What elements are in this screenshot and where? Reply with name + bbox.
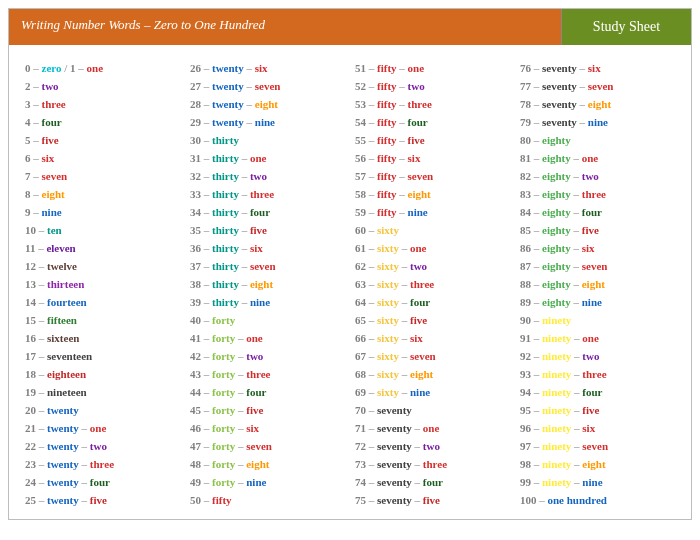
number-row: 14 – fourteen bbox=[25, 293, 180, 311]
number-row: 17 – seventeen bbox=[25, 347, 180, 365]
header-bar: Writing Number Words – Zero to One Hundr… bbox=[9, 9, 691, 45]
number-row: 98 – ninety – eight bbox=[520, 455, 675, 473]
number-row: 27 – twenty – seven bbox=[190, 77, 345, 95]
number-row: 41 – forty – one bbox=[190, 329, 345, 347]
number-row: 92 – ninety – two bbox=[520, 347, 675, 365]
number-row: 53 – fifty – three bbox=[355, 95, 510, 113]
number-row: 34 – thirty – four bbox=[190, 203, 345, 221]
number-row: 68 – sixty – eight bbox=[355, 365, 510, 383]
number-row: 77 – seventy – seven bbox=[520, 77, 675, 95]
number-row: 28 – twenty – eight bbox=[190, 95, 345, 113]
number-row: 57 – fifty – seven bbox=[355, 167, 510, 185]
number-row: 100 – one hundred bbox=[520, 491, 675, 509]
number-row: 61 – sixty – one bbox=[355, 239, 510, 257]
number-row: 0 – zero / 1 – one bbox=[25, 59, 180, 77]
number-row: 63 – sixty – three bbox=[355, 275, 510, 293]
number-row: 25 – twenty – five bbox=[25, 491, 180, 509]
number-row: 22 – twenty – two bbox=[25, 437, 180, 455]
number-row: 48 – forty – eight bbox=[190, 455, 345, 473]
column-1: 0 – zero / 1 – one2 – two3 – three4 – fo… bbox=[25, 59, 180, 509]
number-row: 8 – eight bbox=[25, 185, 180, 203]
number-row: 21 – twenty – one bbox=[25, 419, 180, 437]
number-row: 7 – seven bbox=[25, 167, 180, 185]
number-row: 75 – seventy – five bbox=[355, 491, 510, 509]
column-2: 26 – twenty – six27 – twenty – seven28 –… bbox=[190, 59, 345, 509]
number-row: 52 – fifty – two bbox=[355, 77, 510, 95]
number-row: 67 – sixty – seven bbox=[355, 347, 510, 365]
number-row: 30 – thirty bbox=[190, 131, 345, 149]
number-row: 73 – seventy – three bbox=[355, 455, 510, 473]
number-row: 39 – thirty – nine bbox=[190, 293, 345, 311]
number-row: 5 – five bbox=[25, 131, 180, 149]
number-row: 84 – eighty – four bbox=[520, 203, 675, 221]
number-row: 12 – twelve bbox=[25, 257, 180, 275]
number-row: 29 – twenty – nine bbox=[190, 113, 345, 131]
number-row: 31 – thirty – one bbox=[190, 149, 345, 167]
number-row: 69 – sixty – nine bbox=[355, 383, 510, 401]
number-row: 87 – eighty – seven bbox=[520, 257, 675, 275]
number-row: 38 – thirty – eight bbox=[190, 275, 345, 293]
number-row: 10 – ten bbox=[25, 221, 180, 239]
number-row: 13 – thirteen bbox=[25, 275, 180, 293]
number-row: 19 – nineteen bbox=[25, 383, 180, 401]
number-row: 74 – seventy – four bbox=[355, 473, 510, 491]
number-row: 51 – fifty – one bbox=[355, 59, 510, 77]
number-row: 79 – seventy – nine bbox=[520, 113, 675, 131]
number-grid: 0 – zero / 1 – one2 – two3 – three4 – fo… bbox=[9, 45, 691, 519]
number-row: 81 – eighty – one bbox=[520, 149, 675, 167]
number-row: 42 – forty – two bbox=[190, 347, 345, 365]
number-row: 20 – twenty bbox=[25, 401, 180, 419]
number-row: 50 – fifty bbox=[190, 491, 345, 509]
number-row: 72 – seventy – two bbox=[355, 437, 510, 455]
number-row: 2 – two bbox=[25, 77, 180, 95]
number-row: 76 – seventy – six bbox=[520, 59, 675, 77]
number-row: 16 – sixteen bbox=[25, 329, 180, 347]
number-row: 97 – ninety – seven bbox=[520, 437, 675, 455]
number-row: 83 – eighty – three bbox=[520, 185, 675, 203]
number-row: 86 – eighty – six bbox=[520, 239, 675, 257]
number-row: 71 – seventy – one bbox=[355, 419, 510, 437]
number-row: 96 – ninety – six bbox=[520, 419, 675, 437]
number-row: 43 – forty – three bbox=[190, 365, 345, 383]
number-row: 18 – eighteen bbox=[25, 365, 180, 383]
number-row: 78 – seventy – eight bbox=[520, 95, 675, 113]
number-row: 64 – sixty – four bbox=[355, 293, 510, 311]
number-row: 9 – nine bbox=[25, 203, 180, 221]
number-row: 90 – ninety bbox=[520, 311, 675, 329]
number-row: 82 – eighty – two bbox=[520, 167, 675, 185]
number-row: 4 – four bbox=[25, 113, 180, 131]
number-row: 35 – thirty – five bbox=[190, 221, 345, 239]
number-row: 58 – fifty – eight bbox=[355, 185, 510, 203]
number-row: 36 – thirty – six bbox=[190, 239, 345, 257]
number-row: 60 – sixty bbox=[355, 221, 510, 239]
number-row: 65 – sixty – five bbox=[355, 311, 510, 329]
number-row: 62 – sixty – two bbox=[355, 257, 510, 275]
number-row: 88 – eighty – eight bbox=[520, 275, 675, 293]
study-sheet: Writing Number Words – Zero to One Hundr… bbox=[8, 8, 692, 520]
number-row: 49 – forty – nine bbox=[190, 473, 345, 491]
page-title: Writing Number Words – Zero to One Hundr… bbox=[9, 9, 561, 45]
number-row: 56 – fifty – six bbox=[355, 149, 510, 167]
number-row: 11 – eleven bbox=[25, 239, 180, 257]
number-row: 33 – thirty – three bbox=[190, 185, 345, 203]
number-row: 66 – sixty – six bbox=[355, 329, 510, 347]
number-row: 89 – eighty – nine bbox=[520, 293, 675, 311]
number-row: 26 – twenty – six bbox=[190, 59, 345, 77]
number-row: 3 – three bbox=[25, 95, 180, 113]
column-3: 51 – fifty – one52 – fifty – two53 – fif… bbox=[355, 59, 510, 509]
number-row: 91 – ninety – one bbox=[520, 329, 675, 347]
number-row: 23 – twenty – three bbox=[25, 455, 180, 473]
number-row: 93 – ninety – three bbox=[520, 365, 675, 383]
number-row: 80 – eighty bbox=[520, 131, 675, 149]
column-4: 76 – seventy – six77 – seventy – seven78… bbox=[520, 59, 675, 509]
number-row: 44 – forty – four bbox=[190, 383, 345, 401]
number-row: 47 – forty – seven bbox=[190, 437, 345, 455]
number-row: 94 – ninety – four bbox=[520, 383, 675, 401]
number-row: 37 – thirty – seven bbox=[190, 257, 345, 275]
number-row: 59 – fifty – nine bbox=[355, 203, 510, 221]
badge-study-sheet: Study Sheet bbox=[561, 9, 691, 45]
number-row: 85 – eighty – five bbox=[520, 221, 675, 239]
number-row: 46 – forty – six bbox=[190, 419, 345, 437]
number-row: 45 – forty – five bbox=[190, 401, 345, 419]
number-row: 40 – forty bbox=[190, 311, 345, 329]
